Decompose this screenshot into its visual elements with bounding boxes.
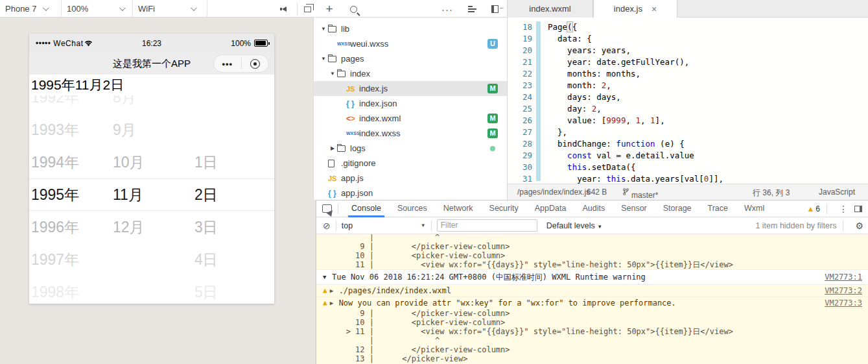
disclosure-collapsed-icon[interactable]: ▶	[330, 297, 339, 309]
code-editor[interactable]: 18Page({19 data: {20 years: years,21 yea…	[507, 18, 868, 184]
code-line-27[interactable]: 27 },	[508, 127, 868, 138]
debugger-tab-console[interactable]: Console	[351, 200, 382, 217]
inspect-element-icon[interactable]	[322, 204, 332, 213]
picker-item[interactable]: 1993年	[29, 114, 111, 146]
picker-item[interactable]: 4日	[193, 243, 274, 276]
console-message-row[interactable]: ▼Tue Nov 06 2018 16:21:24 GMT+0800 (中国标准…	[316, 270, 868, 284]
filter-files-button[interactable]	[465, 3, 478, 16]
warning-count-badge[interactable]: ▲6	[806, 204, 820, 213]
tree-item-lib[interactable]: ▼lib	[314, 21, 507, 36]
log-levels-select[interactable]: Default levels ▼	[546, 221, 602, 230]
detach-window-button[interactable]	[297, 3, 314, 16]
source-location-link[interactable]: VM2773:1	[825, 270, 868, 284]
picker-item[interactable]: 1998年	[29, 276, 111, 304]
debugger-tab-wxml[interactable]: Wxml	[744, 200, 765, 217]
code-line-24[interactable]: 24 days: days,	[508, 91, 868, 103]
picker-item[interactable]: 1日	[193, 146, 274, 178]
picker-item[interactable]	[193, 95, 274, 114]
source-location-link[interactable]: VM2773:3	[825, 297, 868, 309]
tree-item-index-wxml[interactable]: <>index.wxmlM	[314, 111, 507, 126]
add-file-button[interactable]: +	[323, 3, 336, 16]
code-line-20[interactable]: 20 years: years,	[508, 45, 868, 56]
tree-item-index-wxss[interactable]: WXSSindex.wxssM	[314, 126, 507, 141]
picker-item[interactable]: 10月	[111, 146, 193, 178]
console-log-area[interactable]: | ^ 9 | </picker-view-column> 10 | <pick…	[316, 234, 868, 364]
code-line-28[interactable]: 28 bindChange: function (e) {	[508, 138, 868, 150]
search-button[interactable]	[347, 3, 360, 16]
close-icon[interactable]: ×	[651, 4, 657, 14]
debugger-tab-sources[interactable]: Sources	[397, 200, 428, 217]
tree-item--gitignore[interactable]: .gitignore	[314, 156, 507, 171]
tree-item-app-js[interactable]: JSapp.js	[314, 171, 507, 186]
code-line-25[interactable]: 25 day: 2,	[508, 103, 868, 115]
picker-item[interactable]: 9月	[111, 114, 193, 146]
tree-item-index-js[interactable]: JSindex.jsM	[314, 81, 507, 96]
collapse-panel-button[interactable]	[488, 3, 501, 16]
debugger-tab-security[interactable]: Security	[489, 200, 519, 217]
kebab-menu-icon[interactable]: ⋮	[839, 204, 848, 214]
tab-index-js[interactable]: index.js ×	[593, 0, 677, 18]
date-picker-view[interactable]: 1992年1993年1994年1995年1996年1997年1998年 8月9月…	[29, 95, 274, 304]
code-line-22[interactable]: 22 months: months,	[508, 68, 868, 80]
picker-item[interactable]: 3日	[193, 211, 274, 243]
tree-item-label: app.js	[341, 173, 364, 183]
chevron-expanded-icon[interactable]: ▼	[319, 56, 328, 62]
exit-target-icon[interactable]	[242, 59, 269, 69]
git-branch-icon	[623, 188, 629, 195]
debugger-tab-network[interactable]: Network	[443, 200, 474, 217]
device-select[interactable]: Phone 7	[0, 0, 62, 18]
console-message-row[interactable]: ▲▶./pages/index/index.wxmlVM2773:2	[316, 285, 868, 297]
tree-item-logs[interactable]: ▶logs	[314, 141, 507, 156]
tree-item-weui-wxss[interactable]: WXSSweui.wxssU	[314, 36, 507, 51]
debugger-tab-appdata[interactable]: AppData	[534, 200, 567, 217]
picker-item[interactable]: 1992年	[29, 95, 111, 114]
console-message-row[interactable]: ▲▶Now you can provide attr "wx:key" for …	[316, 297, 868, 309]
capsule-menu[interactable]: •••	[213, 55, 269, 73]
menu-dots-icon[interactable]: •••	[214, 59, 241, 69]
picker-item[interactable]: 5日	[193, 276, 274, 304]
picker-item[interactable]: 1996年	[29, 211, 111, 243]
clear-console-icon[interactable]: ⊘	[323, 221, 331, 231]
picker-item[interactable]: 1994年	[29, 146, 111, 178]
picker-item[interactable]	[111, 243, 193, 276]
disclosure-expanded-icon[interactable]: ▼	[323, 270, 332, 284]
code-line-29[interactable]: 29 const val = e.detail.value	[508, 150, 868, 162]
disclosure-collapsed-icon[interactable]: ▶	[330, 285, 339, 297]
code-line-19[interactable]: 19 data: {	[508, 33, 868, 45]
code-line-31[interactable]: 31 year: this.data.years[val[0]],	[508, 173, 868, 184]
context-select[interactable]: top ▼	[342, 221, 426, 230]
code-line-30[interactable]: 30 this.setData({	[508, 162, 868, 173]
dock-side-icon[interactable]	[854, 206, 862, 212]
tree-item-pages[interactable]: ▼pages	[314, 51, 507, 66]
picker-item[interactable]	[111, 276, 193, 304]
code-line-18[interactable]: 18Page({	[508, 21, 868, 33]
picker-item[interactable]: 8月	[111, 95, 193, 114]
chevron-expanded-icon[interactable]: ▼	[328, 71, 337, 77]
chevron-collapsed-icon[interactable]: ▶	[328, 145, 337, 151]
picker-item[interactable]	[193, 114, 274, 146]
settings-gear-icon[interactable]: ⚙	[855, 221, 863, 231]
debugger-tab-audits[interactable]: Audits	[581, 200, 605, 217]
debugger-tab-trace[interactable]: Trace	[707, 200, 729, 217]
debugger-tab-sensor[interactable]: Sensor	[620, 200, 648, 217]
tree-item-index-json[interactable]: { }index.json	[314, 96, 507, 111]
tree-item-label: logs	[350, 143, 366, 153]
chevron-expanded-icon[interactable]: ▼	[319, 26, 328, 32]
console-source-line: 10 | <picker-view-column>	[316, 318, 868, 327]
code-line-26[interactable]: 26 value: [9999, 1, 1],	[508, 115, 868, 127]
code-text: Page({	[548, 21, 577, 33]
picker-item[interactable]: 1997年	[29, 243, 111, 276]
more-button[interactable]: ···	[441, 3, 454, 16]
tab-index-wxml[interactable]: index.wxml	[507, 0, 593, 18]
source-location-link[interactable]: VM2773:2	[825, 285, 868, 297]
console-filter-input[interactable]: Filter	[437, 219, 537, 232]
code-line-23[interactable]: 23 month: 2,	[508, 80, 868, 91]
zoom-select[interactable]: 100%	[62, 0, 133, 18]
sound-mute-button[interactable]	[277, 3, 290, 16]
code-line-21[interactable]: 21 year: date.getFullYear(),	[508, 56, 868, 68]
tree-item-app-json[interactable]: { }app.json	[314, 186, 507, 200]
network-select[interactable]: WiFi	[133, 0, 207, 18]
tree-item-index[interactable]: ▼index	[314, 66, 507, 81]
debugger-tab-storage[interactable]: Storage	[663, 200, 692, 217]
picker-item[interactable]: 12月	[111, 211, 193, 243]
